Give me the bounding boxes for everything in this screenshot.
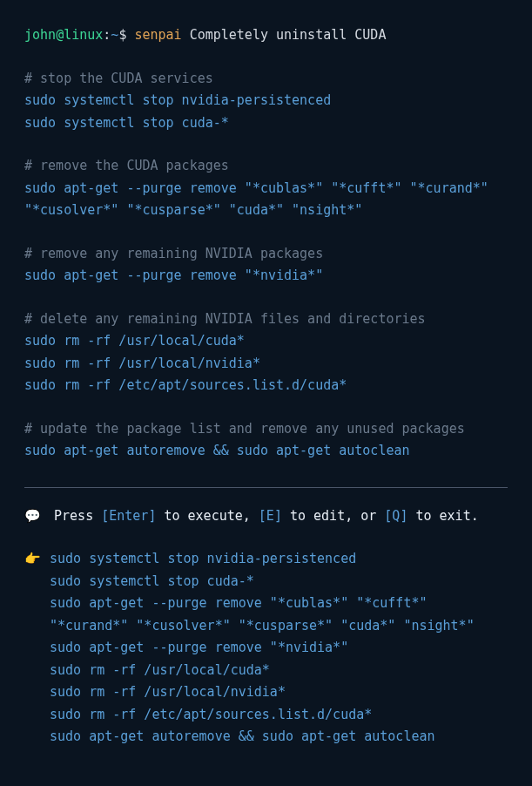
command-args: Completely uninstall CUDA xyxy=(190,27,387,43)
execution-line: sudo apt-get --purge remove "*nvidia*" xyxy=(50,637,508,660)
code-command: sudo apt-get --purge remove "*nvidia*" xyxy=(24,265,508,288)
code-command: sudo apt-get autoremove && sudo apt-get … xyxy=(24,440,508,463)
code-comment: # remove the CUDA packages xyxy=(24,155,508,178)
output-section: # remove the CUDA packagessudo apt-get -… xyxy=(24,155,508,222)
execution-line: sudo apt-get autoremove && sudo apt-get … xyxy=(50,726,508,749)
instruction-exit: to exit. xyxy=(407,508,478,524)
prompt-dollar: $ xyxy=(118,27,126,43)
code-comment: # stop the CUDA services xyxy=(24,68,508,91)
key-quit[interactable]: [Q] xyxy=(384,508,407,524)
command-name: senpai xyxy=(134,27,181,43)
key-edit[interactable]: [E] xyxy=(259,508,282,524)
output-section: # remove any remaining NVIDIA packagessu… xyxy=(24,243,508,288)
output-section: # update the package list and remove any… xyxy=(24,418,508,463)
output-sections: # stop the CUDA servicessudo systemctl s… xyxy=(24,68,508,463)
execution-line: sudo rm -rf /usr/local/cuda* xyxy=(50,660,508,682)
code-command: sudo rm -rf /etc/apt/sources.list.d/cuda… xyxy=(24,375,508,397)
instruction-press: Press xyxy=(46,508,101,524)
prompt-host: linux xyxy=(64,27,103,43)
execution-block: 👉 sudo systemctl stop nvidia-persistence… xyxy=(24,548,508,749)
code-comment: # remove any remaining NVIDIA packages xyxy=(24,243,508,266)
instruction-edit: to edit, or xyxy=(282,508,384,524)
terminal-prompt[interactable]: john@linux:~$ senpai Completely uninstal… xyxy=(24,24,508,47)
code-command: sudo rm -rf /usr/local/cuda* xyxy=(24,330,508,353)
code-comment: # update the package list and remove any… xyxy=(24,418,508,441)
code-command: sudo rm -rf /usr/local/nvidia* xyxy=(24,353,508,376)
instruction-execute: to execute, xyxy=(156,508,258,524)
execution-line: sudo apt-get --purge remove "*cublas*" "… xyxy=(50,593,508,637)
execution-lines: sudo systemctl stop nvidia-persistenceds… xyxy=(50,548,508,749)
instruction-line: 💬 Press [Enter] to execute, [E] to edit,… xyxy=(24,505,508,528)
code-comment: # delete any remaining NVIDIA files and … xyxy=(24,308,508,331)
speech-icon: 💬 xyxy=(24,505,41,528)
key-enter[interactable]: [Enter] xyxy=(101,508,156,524)
output-section: # stop the CUDA servicessudo systemctl s… xyxy=(24,68,508,135)
execution-line: sudo rm -rf /usr/local/nvidia* xyxy=(50,681,508,704)
divider xyxy=(24,487,508,488)
pointer-icon: 👉 xyxy=(24,548,41,571)
execution-line: sudo systemctl stop cuda-* xyxy=(50,571,508,593)
execution-line: sudo rm -rf /etc/apt/sources.list.d/cuda… xyxy=(50,704,508,727)
execution-line: sudo systemctl stop nvidia-persistenced xyxy=(50,548,508,571)
prompt-at: @ xyxy=(56,27,64,43)
output-section: # delete any remaining NVIDIA files and … xyxy=(24,308,508,397)
code-command: sudo systemctl stop cuda-* xyxy=(24,112,508,135)
prompt-colon: : xyxy=(103,27,111,43)
code-command: sudo apt-get --purge remove "*cublas*" "… xyxy=(24,178,508,222)
code-command: sudo systemctl stop nvidia-persistenced xyxy=(24,90,508,112)
prompt-user: john xyxy=(24,27,56,43)
